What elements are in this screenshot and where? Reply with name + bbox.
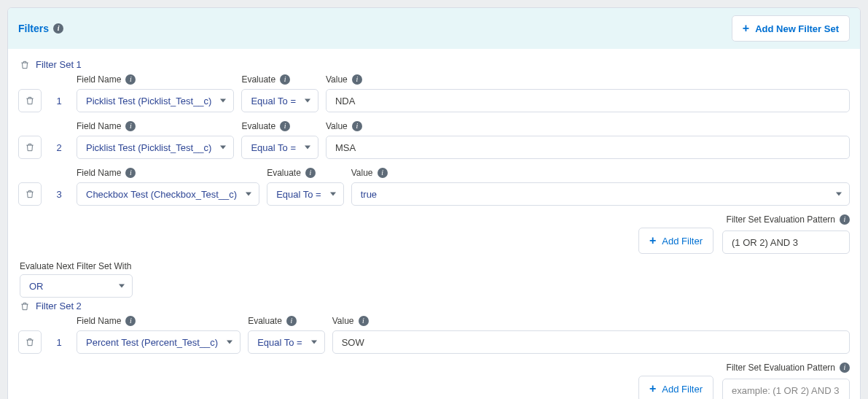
info-icon[interactable]: i bbox=[125, 168, 136, 178]
plus-icon: + bbox=[649, 234, 656, 247]
row-lead: 3 bbox=[18, 182, 69, 206]
value-column: ValueiNDA bbox=[326, 74, 850, 112]
value-label: Valuei bbox=[326, 74, 850, 85]
value-input[interactable]: MSA bbox=[326, 136, 850, 159]
filter-set: Filter Set 21Field NameiPercent Test (Pe… bbox=[18, 301, 850, 399]
filter-row: 1Field NameiPicklist Test (Picklist_Test… bbox=[18, 74, 850, 112]
filters-body: Filter Set 11Field NameiPicklist Test (P… bbox=[8, 49, 860, 399]
info-icon[interactable]: i bbox=[359, 316, 369, 326]
field-name-label: Field Namei bbox=[77, 316, 241, 326]
row-number: 1 bbox=[49, 89, 69, 112]
row-lead: 1 bbox=[18, 330, 69, 354]
filter-set-footer: +Add FilterFilter Set Evaluation Pattern… bbox=[18, 363, 850, 399]
evaluate-column: EvaluateiEqual To = bbox=[248, 316, 325, 354]
info-icon[interactable]: i bbox=[352, 74, 362, 85]
value-label: Valuei bbox=[332, 316, 850, 326]
chevron-down-icon bbox=[119, 284, 125, 288]
field-name-select[interactable]: Picklist Test (Picklist_Test__c) bbox=[77, 89, 234, 112]
evaluate-select[interactable]: Equal To = bbox=[241, 136, 318, 159]
row-lead: 1 bbox=[18, 89, 69, 112]
info-icon[interactable]: i bbox=[378, 168, 388, 178]
filter-set-footer: +Add FilterFilter Set Evaluation Pattern… bbox=[18, 214, 850, 254]
info-icon[interactable]: i bbox=[280, 121, 290, 131]
filters-header: Filters i + Add New Filter Set bbox=[8, 8, 860, 49]
info-icon[interactable]: i bbox=[125, 121, 136, 131]
evaluate-select[interactable]: Equal To = bbox=[267, 182, 344, 206]
info-icon[interactable]: i bbox=[280, 74, 290, 85]
add-filter-button[interactable]: +Add Filter bbox=[638, 228, 713, 254]
evaluate-label: Evaluatei bbox=[241, 121, 318, 131]
field-name-label: Field Namei bbox=[77, 121, 234, 131]
value-input[interactable]: SOW bbox=[332, 330, 850, 354]
pattern-input[interactable]: example: (1 OR 2) AND 3 bbox=[722, 379, 850, 399]
pattern-input[interactable]: (1 OR 2) AND 3 bbox=[722, 231, 850, 254]
filters-title: Filters i bbox=[18, 23, 63, 34]
evaluate-next-section: Evaluate Next Filter Set WithOR bbox=[20, 261, 850, 298]
filter-row: 3Field NameiCheckbox Test (Checkbox_Test… bbox=[18, 168, 850, 206]
plus-icon: + bbox=[649, 382, 656, 395]
add-new-filter-set-button[interactable]: + Add New Filter Set bbox=[732, 15, 850, 42]
chevron-down-icon bbox=[227, 341, 232, 344]
evaluate-label: Evaluatei bbox=[267, 168, 344, 178]
value-label: Valuei bbox=[326, 121, 850, 131]
evaluate-column: EvaluateiEqual To = bbox=[267, 168, 344, 206]
delete-row-button[interactable] bbox=[18, 136, 42, 159]
delete-row-button[interactable] bbox=[18, 182, 42, 206]
filter-row: 2Field NameiPicklist Test (Picklist_Test… bbox=[18, 121, 850, 159]
delete-row-button[interactable] bbox=[18, 89, 42, 112]
field-name-column: Field NameiPicklist Test (Picklist_Test_… bbox=[77, 121, 234, 159]
filter-set-title: Filter Set 1 bbox=[36, 59, 82, 70]
filter-set-header: Filter Set 1 bbox=[20, 59, 850, 70]
filter-row: 1Field NameiPercent Test (Percent_Test__… bbox=[18, 316, 850, 354]
info-icon[interactable]: i bbox=[352, 121, 362, 131]
plus-icon: + bbox=[743, 22, 749, 35]
pattern-label: Filter Set Evaluation Patterni bbox=[727, 363, 850, 373]
field-name-select[interactable]: Checkbox Test (Checkbox_Test__c) bbox=[77, 182, 259, 206]
field-name-label: Field Namei bbox=[77, 74, 234, 85]
evaluate-next-select[interactable]: OR bbox=[20, 274, 133, 298]
info-icon[interactable]: i bbox=[286, 316, 297, 326]
chevron-down-icon bbox=[311, 341, 317, 344]
field-name-label: Field Namei bbox=[77, 168, 259, 178]
filter-set: Filter Set 11Field NameiPicklist Test (P… bbox=[18, 59, 850, 298]
value-input[interactable]: NDA bbox=[326, 89, 850, 112]
evaluate-column: EvaluateiEqual To = bbox=[241, 74, 318, 112]
info-icon[interactable]: i bbox=[840, 214, 850, 225]
value-input[interactable]: true bbox=[351, 182, 850, 206]
delete-row-button[interactable] bbox=[18, 330, 42, 354]
evaluate-label: Evaluatei bbox=[241, 74, 318, 85]
value-column: Valueitrue bbox=[351, 168, 850, 206]
value-column: ValueiMSA bbox=[326, 121, 850, 159]
chevron-down-icon bbox=[305, 99, 310, 103]
field-name-select[interactable]: Picklist Test (Picklist_Test__c) bbox=[77, 136, 234, 159]
chevron-down-icon bbox=[246, 193, 251, 196]
filters-panel: Filters i + Add New Filter Set Filter Se… bbox=[7, 7, 861, 399]
evaluate-select[interactable]: Equal To = bbox=[248, 330, 325, 354]
evaluate-select[interactable]: Equal To = bbox=[241, 89, 318, 112]
info-icon[interactable]: i bbox=[53, 23, 63, 34]
pattern-column: Filter Set Evaluation Patterniexample: (… bbox=[722, 363, 850, 399]
info-icon[interactable]: i bbox=[125, 316, 136, 326]
value-column: ValueiSOW bbox=[332, 316, 850, 354]
trash-icon[interactable] bbox=[20, 301, 30, 311]
chevron-down-icon bbox=[220, 146, 226, 150]
evaluate-next-label: Evaluate Next Filter Set With bbox=[20, 261, 850, 271]
info-icon[interactable]: i bbox=[125, 74, 136, 85]
info-icon[interactable]: i bbox=[305, 168, 316, 178]
pattern-label: Filter Set Evaluation Patterni bbox=[727, 214, 850, 225]
row-lead: 2 bbox=[18, 136, 69, 159]
chevron-down-icon bbox=[305, 146, 310, 150]
evaluate-column: EvaluateiEqual To = bbox=[241, 121, 318, 159]
filter-set-title: Filter Set 2 bbox=[36, 301, 82, 311]
trash-icon[interactable] bbox=[20, 60, 30, 70]
row-number: 1 bbox=[49, 330, 69, 354]
value-label: Valuei bbox=[351, 168, 850, 178]
chevron-down-icon bbox=[836, 193, 842, 196]
field-name-column: Field NameiPercent Test (Percent_Test__c… bbox=[77, 316, 241, 354]
add-filter-button[interactable]: +Add Filter bbox=[638, 376, 713, 399]
filters-title-text: Filters bbox=[18, 23, 49, 34]
chevron-down-icon bbox=[330, 193, 336, 196]
info-icon[interactable]: i bbox=[840, 363, 850, 373]
field-name-select[interactable]: Percent Test (Percent_Test__c) bbox=[77, 330, 241, 354]
add-new-filter-set-label: Add New Filter Set bbox=[755, 23, 839, 34]
